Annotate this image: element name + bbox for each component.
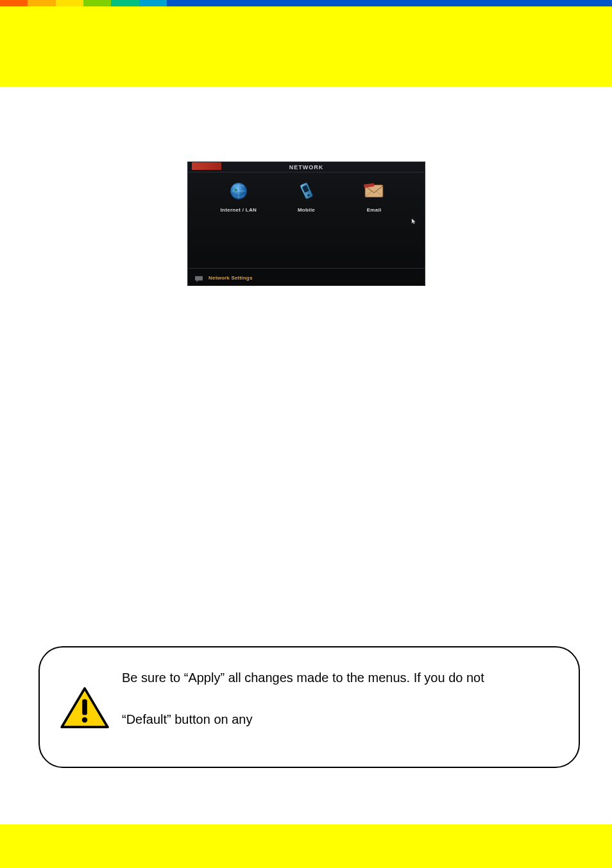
screen-footer: Network Settings bbox=[194, 274, 253, 281]
footer-text: Network Settings bbox=[208, 275, 253, 281]
menu-item-mobile[interactable]: Mobile bbox=[277, 180, 335, 213]
callout-text-line2: “Default” button on any bbox=[122, 711, 561, 728]
header-deco bbox=[0, 0, 167, 6]
network-menu-screenshot: NETWORK Internet / LAN bbox=[187, 162, 425, 286]
menu-icon-row: Internet / LAN Mobile bbox=[188, 180, 425, 225]
warning-icon bbox=[60, 687, 109, 730]
warning-callout: Be sure to “Apply” all changes made to t… bbox=[38, 646, 580, 768]
divider bbox=[188, 268, 425, 269]
screen-title: NETWORK bbox=[188, 164, 425, 171]
svg-rect-7 bbox=[82, 699, 87, 715]
mail-icon bbox=[360, 180, 388, 202]
menu-item-label: Email bbox=[367, 207, 382, 213]
menu-item-label: Internet / LAN bbox=[221, 207, 257, 213]
cursor-icon bbox=[411, 216, 416, 223]
header-band bbox=[0, 0, 612, 87]
svg-point-8 bbox=[82, 717, 87, 722]
phone-icon bbox=[292, 180, 320, 202]
footer-band bbox=[0, 824, 612, 868]
divider bbox=[188, 172, 425, 172]
callout-text-line1: Be sure to “Apply” all changes made to t… bbox=[122, 669, 561, 687]
globe-icon bbox=[225, 180, 253, 202]
chat-icon bbox=[194, 274, 203, 281]
menu-item-email[interactable]: Email bbox=[345, 180, 403, 213]
menu-item-label: Mobile bbox=[298, 207, 315, 213]
menu-item-internet-lan[interactable]: Internet / LAN bbox=[210, 180, 268, 213]
